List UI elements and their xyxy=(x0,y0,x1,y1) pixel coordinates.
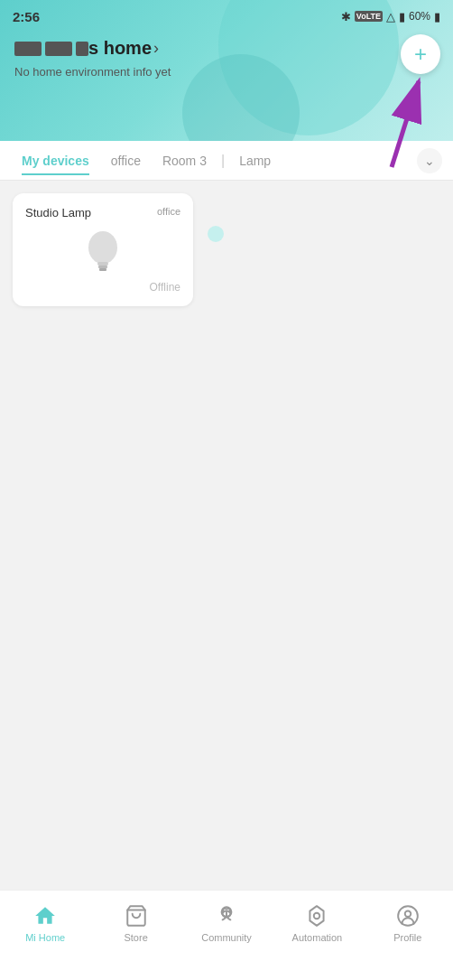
status-time: 2:56 xyxy=(13,9,40,24)
status-bar: 2:56 ✱ VoLTE △ ▮ 60% ▮ xyxy=(0,0,453,33)
nav-label-profile: Profile xyxy=(393,932,421,943)
plus-icon: + xyxy=(414,43,427,65)
tab-lamp[interactable]: Lamp xyxy=(228,146,282,175)
svg-point-13 xyxy=(398,906,418,926)
nav-label-store: Store xyxy=(124,932,147,943)
redact-block-1 xyxy=(14,42,42,56)
svg-rect-5 xyxy=(99,268,106,271)
bulb-icon xyxy=(85,229,121,279)
store-icon xyxy=(124,903,149,929)
nav-item-profile[interactable]: Profile xyxy=(363,900,453,943)
battery-text: 60% xyxy=(409,10,430,23)
chevron-down-icon: ⌄ xyxy=(424,154,435,168)
svg-rect-4 xyxy=(98,266,107,268)
svg-point-12 xyxy=(314,913,320,919)
svg-rect-3 xyxy=(97,262,108,266)
profile-icon xyxy=(395,903,421,929)
bluetooth-icon: ✱ xyxy=(341,10,351,23)
tab-room3[interactable]: Room 3 xyxy=(152,146,217,175)
svg-point-14 xyxy=(405,911,411,918)
nav-item-automation[interactable]: Automation xyxy=(272,900,362,943)
home-subtitle: No home environment info yet xyxy=(14,65,171,79)
tabs-row: My devices office Room 3 | Lamp ⌄ xyxy=(0,141,453,181)
community-icon xyxy=(214,903,239,929)
nav-label-automation: Automation xyxy=(292,932,343,943)
device-card[interactable]: Studio Lamp office Offline xyxy=(13,193,193,306)
tab-my-devices[interactable]: My devices xyxy=(11,146,100,175)
tab-office[interactable]: office xyxy=(100,146,152,175)
bottom-nav: Mi Home Store Community xyxy=(0,890,453,980)
tab-separator: | xyxy=(221,153,225,169)
redact-block-2 xyxy=(45,42,72,56)
status-icons: ✱ VoLTE △ ▮ 60% ▮ xyxy=(341,10,440,23)
main-content: Studio Lamp office Offline xyxy=(0,181,453,890)
device-name: Studio Lamp xyxy=(25,206,91,219)
battery-icon: ▮ xyxy=(434,10,440,23)
home-title-text: s home xyxy=(88,38,152,59)
nav-item-community[interactable]: Community xyxy=(181,900,272,943)
nav-item-store[interactable]: Store xyxy=(90,900,180,943)
nav-item-mihome[interactable]: Mi Home xyxy=(0,900,90,943)
device-icon-area xyxy=(25,227,180,281)
device-room: office xyxy=(157,206,180,217)
device-status: Offline xyxy=(25,281,180,294)
home-icon xyxy=(32,903,58,929)
nav-label-community: Community xyxy=(201,932,252,943)
volte-icon: VoLTE xyxy=(355,11,383,22)
home-title-row[interactable]: s home › xyxy=(14,38,390,59)
tab-expand-button[interactable]: ⌄ xyxy=(417,148,442,173)
device-card-header: Studio Lamp office xyxy=(25,206,180,219)
signal-icon: ▮ xyxy=(399,10,405,23)
add-device-button[interactable]: + xyxy=(401,34,440,74)
wifi-icon: △ xyxy=(386,10,395,23)
small-deco-circle xyxy=(208,226,224,242)
automation-icon xyxy=(304,903,329,929)
chevron-right-icon: › xyxy=(153,39,159,58)
nav-label-mihome: Mi Home xyxy=(25,932,65,943)
redact-block-3 xyxy=(76,42,88,56)
home-name-redacted xyxy=(14,42,88,56)
svg-marker-11 xyxy=(310,906,324,926)
